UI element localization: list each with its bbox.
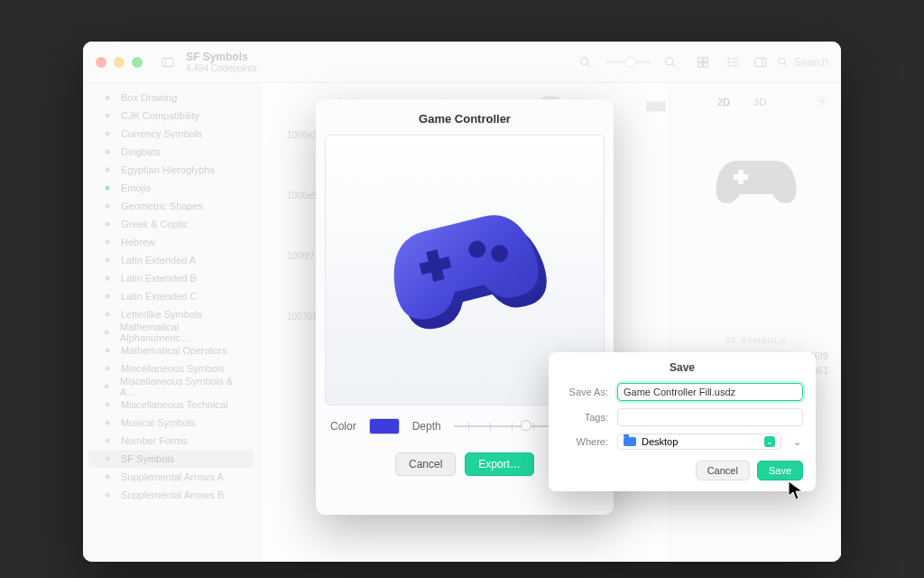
tags-input[interactable] [617, 408, 803, 426]
depth-label: Depth [412, 420, 441, 433]
color-label: Color [330, 420, 356, 433]
folder-icon [624, 437, 636, 446]
save-panel: Save Save As: Tags: Where: Desktop ⌄ ⌄ C… [549, 352, 816, 491]
select-caret-icon: ⌄ [764, 436, 775, 447]
where-select[interactable]: Desktop ⌄ [617, 434, 781, 450]
save-as-label: Save As: [561, 387, 608, 397]
save-as-input[interactable] [617, 383, 803, 401]
disclose-icon[interactable]: ⌄ [790, 435, 803, 448]
where-label: Where: [561, 436, 608, 447]
save-button[interactable]: Save [757, 461, 803, 480]
cursor-icon [787, 480, 805, 501]
save-panel-title: Save [561, 361, 803, 374]
tags-label: Tags: [561, 412, 608, 423]
where-value: Desktop [642, 436, 678, 447]
cancel-button[interactable]: Cancel [395, 452, 456, 476]
modal-title: Game Controller [316, 99, 614, 135]
color-swatch[interactable] [369, 418, 400, 434]
save-cancel-button[interactable]: Cancel [696, 461, 750, 480]
export-button[interactable]: Export… [465, 452, 534, 476]
